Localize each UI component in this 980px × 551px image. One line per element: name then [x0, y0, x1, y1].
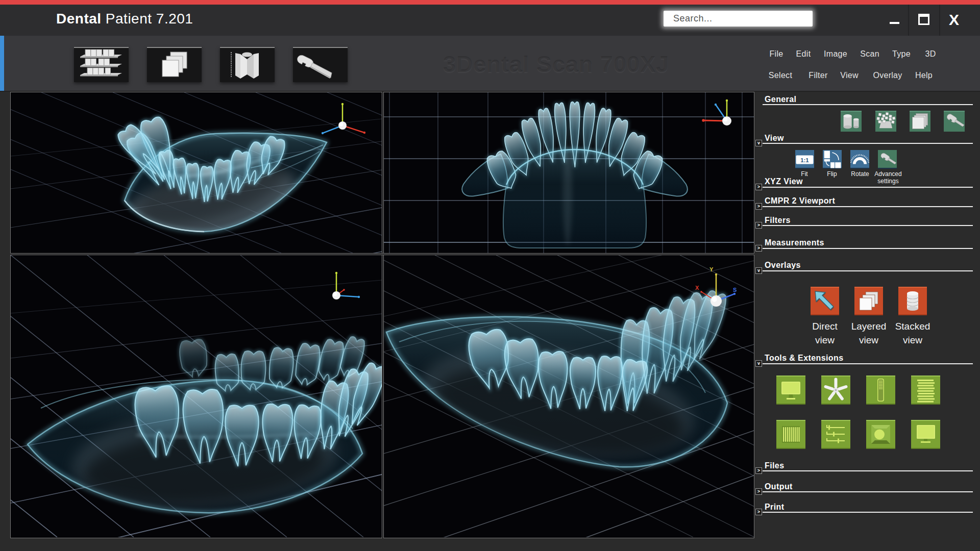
svg-text:S: S	[733, 287, 737, 293]
svg-text:Y: Y	[709, 266, 714, 272]
svg-text:1:1: 1:1	[800, 157, 808, 163]
svg-text:X: X	[695, 285, 699, 291]
